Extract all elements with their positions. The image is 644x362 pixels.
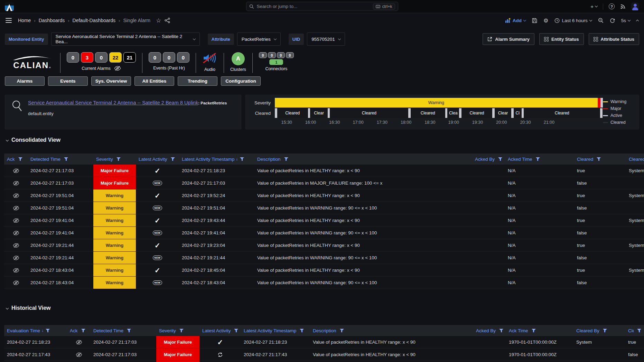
timeline-segment[interactable]: Clear	[495, 108, 511, 118]
ack-eye-slash-icon[interactable]	[13, 168, 19, 173]
filter-funnel-icon[interactable]	[81, 328, 85, 333]
column-header[interactable]: Ack	[67, 328, 91, 333]
timeline-segment[interactable]: Clear	[310, 108, 327, 118]
ack-eye-slash-icon[interactable]	[13, 256, 19, 260]
severity-track[interactable]: Warning	[275, 98, 603, 108]
monitored-entity-select[interactable]: Service Aeronautical Service Terminal 2 …	[51, 33, 200, 46]
ack-eye-slash-icon[interactable]	[13, 243, 19, 248]
favorite-star-icon[interactable]: ☆	[156, 17, 161, 24]
alarm-count-box[interactable]: 22	[109, 52, 122, 63]
column-header[interactable]: Latest Activity	[136, 157, 179, 162]
column-header[interactable]: Latest Activity Timestamp	[241, 328, 310, 333]
filter-funnel-icon[interactable]	[637, 328, 641, 333]
historical-section-header[interactable]: Historical View	[6, 305, 639, 311]
legend-item[interactable]: Major	[603, 106, 621, 111]
breadcrumb-item[interactable]: Default-Dashboards	[73, 18, 116, 23]
legend-item[interactable]: Warning	[603, 99, 626, 104]
timeline-segment[interactable]: Warning	[275, 98, 598, 108]
timeline-segment[interactable]: Cleared	[461, 108, 492, 118]
column-header[interactable]: Cleared By	[573, 328, 625, 333]
legend-item[interactable]: Cleared	[603, 120, 626, 125]
timeline-segment[interactable]: Cleared	[330, 108, 408, 118]
breadcrumb-item[interactable]: Single Alarm	[123, 18, 150, 23]
filter-funnel-icon[interactable]	[499, 328, 503, 333]
connector-active-box[interactable]: 1	[269, 59, 283, 65]
view-tab[interactable]: Events	[48, 76, 88, 86]
timeline-segment[interactable]	[522, 108, 524, 118]
timeline-segment[interactable]	[308, 108, 310, 118]
column-header[interactable]: Severity	[93, 157, 136, 162]
refresh-interval-select[interactable]: 5s	[621, 18, 630, 23]
collapse-up-icon[interactable]	[636, 19, 638, 22]
filter-funnel-icon[interactable]	[127, 328, 131, 333]
filter-funnel-icon[interactable]	[284, 157, 288, 161]
event-count-box[interactable]: 0	[149, 52, 161, 63]
filter-funnel-icon[interactable]	[64, 157, 68, 161]
timeline-segment[interactable]: Cleared	[524, 108, 600, 118]
help-icon[interactable]: ?	[609, 3, 615, 9]
timeline-segment[interactable]	[511, 108, 514, 118]
ack-eye-slash-icon[interactable]	[76, 340, 82, 345]
column-header[interactable]: Acked By	[472, 157, 505, 162]
column-header[interactable]: Severity	[156, 328, 199, 333]
ack-eye-slash-icon[interactable]	[76, 352, 82, 357]
ack-eye-slash-icon[interactable]	[13, 181, 19, 186]
connector-count-box[interactable]: 0	[259, 52, 267, 58]
refresh-icon[interactable]	[610, 18, 615, 23]
cluster-badge[interactable]: A	[232, 52, 245, 65]
breadcrumb-item[interactable]: Home	[18, 18, 31, 23]
column-header[interactable]: Acked Time	[505, 157, 574, 162]
timeline-segment[interactable]	[275, 108, 277, 118]
filter-funnel-icon[interactable]	[116, 157, 121, 161]
ack-eye-slash-icon[interactable]	[13, 280, 19, 285]
filter-funnel-icon[interactable]	[603, 328, 607, 333]
user-avatar[interactable]	[631, 2, 639, 10]
ack-eye-slash-icon[interactable]	[13, 231, 19, 235]
uid-select[interactable]: 955705201	[307, 33, 345, 46]
time-range-picker[interactable]: Last 6 hours	[554, 18, 591, 23]
column-header[interactable]: Cleared	[574, 157, 626, 162]
consolidated-section-header[interactable]: Consolidated View	[6, 137, 639, 143]
timeline-segment[interactable]	[459, 108, 461, 118]
news-rss-icon[interactable]	[620, 4, 626, 9]
column-header[interactable]: Acked By	[473, 328, 506, 333]
entity-link[interactable]: Service Aeronautical Service Terminal 2 …	[28, 100, 198, 105]
filter-funnel-icon[interactable]	[340, 328, 344, 333]
column-header[interactable]: Cleared	[625, 328, 644, 333]
filter-funnel-icon[interactable]	[498, 157, 502, 161]
filter-funnel-icon[interactable]	[46, 328, 50, 333]
filter-funnel-icon[interactable]	[18, 157, 22, 161]
event-count-box[interactable]: 0	[163, 52, 175, 63]
eye-slash-icon[interactable]	[114, 66, 121, 71]
column-header[interactable]: Description	[310, 328, 473, 333]
column-header[interactable]: Ack	[4, 157, 28, 162]
attribute-select[interactable]: PacketRetries	[237, 33, 281, 46]
save-dashboard-icon[interactable]	[532, 18, 537, 23]
settings-gear-icon[interactable]: ⚙	[543, 17, 548, 24]
timeline-segment[interactable]: Cleared	[277, 108, 308, 118]
ack-eye-slash-icon[interactable]	[13, 193, 19, 198]
collapse-chevron-icon[interactable]	[6, 306, 9, 309]
audio-muted-icon[interactable]	[202, 52, 217, 64]
timeline-segment[interactable]	[408, 108, 411, 118]
view-tab[interactable]: Configuration	[221, 76, 261, 86]
timeline-segment[interactable]	[445, 108, 448, 118]
connector-count-box[interactable]: 0	[268, 52, 276, 58]
timeline-segment[interactable]	[598, 98, 601, 108]
timeline-segment[interactable]	[328, 108, 330, 118]
timeline-segment[interactable]: Cleared	[411, 108, 445, 118]
cleared-track[interactable]: ClearedClearClearedClearedCleaClearedCle…	[275, 108, 603, 118]
view-tab[interactable]: Sys. Overview	[91, 76, 131, 86]
column-header[interactable]: Description	[254, 157, 472, 162]
filter-funnel-icon[interactable]	[536, 157, 540, 161]
timeline-segment[interactable]: Clea	[447, 108, 459, 118]
ack-eye-slash-icon[interactable]	[13, 268, 19, 273]
zoom-out-icon[interactable]	[598, 18, 604, 23]
alarm-count-box[interactable]: 3	[81, 52, 93, 63]
filter-funnel-icon[interactable]	[240, 157, 244, 161]
ack-eye-slash-icon[interactable]	[13, 218, 19, 223]
view-tab[interactable]: All Entities	[134, 76, 174, 86]
column-header[interactable]: Detected Time	[91, 328, 156, 333]
column-header[interactable]: Latest Activity	[199, 328, 241, 333]
connector-count-box[interactable]: 0	[286, 52, 294, 58]
